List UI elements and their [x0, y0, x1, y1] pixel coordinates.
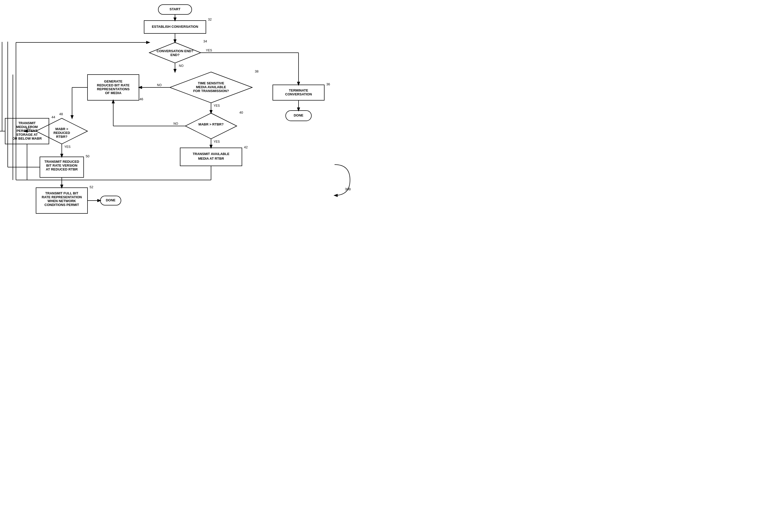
mabr-rtbr-1-label1: MABR > RTBR?: [199, 122, 224, 126]
transmit-full-label1: TRANSMIT FULL BIT: [45, 191, 78, 195]
yes-label-4: YES: [64, 145, 70, 149]
no-label-3: NO: [173, 122, 178, 125]
no-label-2: NO: [157, 83, 161, 87]
done2-label: DONE: [106, 198, 115, 202]
ref-36: 36: [326, 82, 330, 86]
time-sensitive-label3: FOR TRANSMISSION?: [193, 89, 229, 93]
ref-50: 50: [86, 154, 89, 158]
establish-label: ESTABLISH CONVERSATION: [152, 25, 198, 29]
mabr-reduced-label1: MABR >: [55, 127, 68, 131]
transmit-available-label2: MEDIA AT RTBR: [198, 157, 224, 160]
ref-34: 34: [203, 39, 207, 43]
terminate-label1: TERMINATE: [289, 88, 308, 92]
terminate-label2: CONVERSATION: [285, 92, 312, 96]
ref-40: 40: [239, 111, 243, 114]
time-sensitive-label2: MEDIA AVAILABLE: [196, 85, 226, 89]
yes-label-1: YES: [206, 49, 212, 52]
no-label-1: NO: [179, 64, 183, 68]
generate-reduced-label1: GENERATE: [104, 79, 122, 83]
ref-32: 32: [208, 17, 212, 21]
transmit-full-label2: RATE REPRESENTATION: [42, 195, 82, 199]
start-label: START: [169, 7, 180, 11]
transmit-persistent-label1: TRANSMIT: [18, 121, 35, 125]
ref-44: 44: [51, 115, 55, 119]
ref-42: 42: [244, 145, 248, 149]
mabr-reduced-label3: RTBR?: [56, 135, 67, 139]
transmit-persistent-label5: OR BELOW MABR: [12, 137, 42, 140]
generate-reduced-label4: OF MEDIA: [105, 91, 121, 95]
transmit-persistent-label3: PERSISTENT: [16, 129, 38, 133]
transmit-full-label3: WHEN NETWORK: [48, 199, 76, 203]
generate-reduced-label2: REDUCED BIT RATE: [97, 83, 130, 87]
transmit-reduced-label3: AT REDUCED RTBR: [46, 167, 78, 171]
mabr-reduced-label2: REDUCED: [53, 131, 70, 135]
transmit-persistent-label4: STORAGE AT: [16, 133, 38, 137]
done1-label: DONE: [294, 113, 303, 117]
ref-52: 52: [89, 185, 93, 189]
ref-46: 46: [139, 97, 143, 101]
conv-end-label: CONVERSATION END?: [157, 49, 194, 53]
transmit-reduced-label1: TRANSMIT REDUCED: [44, 160, 79, 164]
yes-label-3: YES: [214, 140, 220, 143]
conv-end-label2: END?: [170, 53, 179, 57]
yes-label-2: YES: [214, 104, 220, 107]
ref-48: 48: [59, 112, 63, 116]
ref-38: 38: [255, 69, 258, 73]
transmit-available-label1: TRANSMIT AVAILABLE: [193, 152, 230, 156]
generate-reduced-label3: REPRESENTATIONS: [97, 87, 130, 91]
transmit-full-label4: CONDITIONS PERMIT: [44, 203, 79, 207]
transmit-persistent-label2: MEDIA FROM: [16, 125, 38, 129]
time-sensitive-label1: TIME SENSITIVE: [198, 81, 225, 85]
transmit-reduced-label2: BIT RATE VERSION: [46, 164, 77, 167]
